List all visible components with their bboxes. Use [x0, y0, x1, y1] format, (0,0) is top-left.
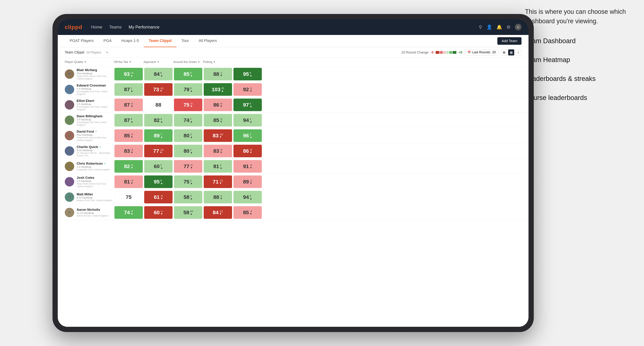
- score-value: 86: [243, 148, 249, 154]
- score-cell-3-2: 741▲: [174, 114, 202, 127]
- score-change: -3▼: [130, 133, 133, 138]
- annotation-items-list: Team DashboardTeam HeatmapLeaderboards &…: [525, 36, 630, 102]
- score-change: -21▼: [219, 210, 223, 215]
- score-cell-9-0: 74-8▼: [114, 206, 143, 219]
- tab-pgat-players[interactable]: PGAT Players: [65, 35, 98, 47]
- tab-hcaps-1-5[interactable]: Hcaps 1-5: [116, 35, 144, 47]
- score-cell-9-4: 85-4▼: [234, 206, 262, 219]
- score-value: 61: [154, 194, 160, 200]
- score-change: +4▲: [130, 71, 133, 77]
- player-info-9[interactable]: AAaron Nicholls11-15 HandicapDrift Golf …: [65, 208, 114, 217]
- tab-bar: PGAT PlayersPGAHcaps 1-5Team ClippdTourA…: [58, 35, 528, 47]
- verified-icon: ✓: [104, 162, 106, 165]
- player-club: Woburn Golf Club, United Kingdom: [77, 199, 112, 202]
- edit-team-icon[interactable]: ✏: [106, 50, 109, 54]
- nav-link-teams[interactable]: Teams: [109, 25, 122, 29]
- score-cell-7-2: 752▲: [174, 175, 202, 188]
- score-change: 3▲: [250, 133, 252, 138]
- avatar: A: [65, 208, 74, 217]
- score-value: 75: [126, 194, 132, 200]
- player-handicap: Plus Handicap: [77, 72, 114, 75]
- score-value: 87: [124, 86, 130, 92]
- score-cell-2-1: 88: [144, 99, 172, 111]
- avatar-icon[interactable]: U: [515, 24, 522, 30]
- player-club: Royal North Devon Golf Club, United King…: [77, 136, 114, 142]
- score-cell-8-1: 61-3▼: [144, 191, 172, 203]
- score-cell-0-1: 846▲: [144, 68, 172, 80]
- score-value: 92: [243, 86, 249, 92]
- grid-view-button[interactable]: ⊞: [501, 49, 507, 56]
- score-value: 85: [184, 71, 189, 77]
- table-row: DDave Billingham1-5 HandicapGog Magog Go…: [58, 113, 528, 128]
- player-info-2[interactable]: EElliot Ebert1-5 HandicapSunningdale Gol…: [65, 99, 114, 111]
- score-cell-9-1: 60-1▼: [144, 206, 172, 219]
- tab-pga[interactable]: PGA: [98, 35, 116, 47]
- avatar: D: [65, 116, 74, 125]
- player-handicap: 1-5 Handicap: [77, 180, 114, 182]
- score-value: 58: [184, 209, 189, 215]
- score-value: 89: [243, 179, 249, 185]
- col-approach[interactable]: Approach▼: [144, 60, 173, 64]
- bell-icon[interactable]: 🔔: [496, 24, 502, 30]
- player-info-6[interactable]: CChris Robertson✓1-5 HandicapCraigmillar…: [65, 162, 114, 171]
- score-cell-4-3: 83-10▼: [204, 129, 232, 142]
- table-row: CCharlie Quick✓6-10 HandicapSt. George's…: [58, 143, 528, 159]
- col-around-green[interactable]: Around the Green▼: [173, 60, 203, 64]
- score-value: 89: [154, 133, 160, 139]
- score-change: 7▲: [160, 133, 163, 138]
- score-change: 4▲: [160, 118, 163, 123]
- score-cell-7-3: 71-11▼: [204, 175, 232, 188]
- nav-link-my-performance[interactable]: My Performance: [128, 25, 160, 29]
- score-cell-6-4: 91-3▼: [234, 160, 262, 173]
- player-info-1[interactable]: EEdward Crossman1-5 HandicapSunningdale …: [65, 84, 114, 95]
- players-list: BBlair McHargPlus HandicapRoyal North De…: [58, 66, 528, 327]
- avatar: C: [65, 162, 74, 171]
- score-cell-2-3: 86-6▼: [204, 99, 232, 111]
- score-value: 75: [184, 102, 189, 108]
- score-value: 84: [212, 209, 218, 215]
- add-team-button[interactable]: Add Team: [497, 37, 522, 45]
- player-info-7[interactable]: JJosh Coles1-5 HandicapRoyal North Devon…: [65, 176, 114, 188]
- col-player-quality[interactable]: Player Quality▼: [65, 60, 114, 64]
- score-cell-4-0: 85-3▼: [114, 129, 143, 142]
- player-info-4[interactable]: DDavid Ford✓Plus HandicapRoyal North Dev…: [65, 130, 114, 142]
- score-value: 83: [212, 133, 218, 139]
- col-putting[interactable]: Putting▼: [203, 60, 233, 64]
- score-cell-1-2: 799▲: [174, 83, 202, 96]
- score-cell-3-1: 824▲: [144, 114, 172, 127]
- player-name: Aaron Nicholls: [77, 208, 108, 212]
- score-change: 15▲: [221, 87, 224, 92]
- score-change: -3▼: [220, 118, 222, 123]
- player-info-5[interactable]: CCharlie Quick✓6-10 HandicapSt. George's…: [65, 145, 114, 157]
- search-icon[interactable]: ⚲: [479, 24, 482, 30]
- player-handicap: 1-5 Handicap: [77, 118, 114, 121]
- col-off-tee[interactable]: Off the Tee▼: [114, 60, 144, 64]
- nav-link-home[interactable]: Home: [91, 25, 102, 29]
- annotation-item-1: Team Heatmap: [525, 55, 630, 64]
- tab-tour[interactable]: Tour: [176, 35, 194, 47]
- score-cell-5-4: 86-8▼: [234, 145, 262, 157]
- heatmap-view-button[interactable]: ▦: [508, 49, 514, 56]
- tab-team-clippd[interactable]: Team Clippd: [144, 35, 176, 47]
- score-cell-0-0: 93+4▲: [114, 68, 143, 80]
- chart-view-button[interactable]: ↕: [515, 49, 522, 56]
- score-cell-1-0: 871▲: [114, 83, 143, 96]
- tab-all-players[interactable]: All Players: [194, 35, 222, 47]
- score-value: 80: [184, 133, 189, 139]
- player-info-3[interactable]: DDave Billingham1-5 HandicapGog Magog Go…: [65, 114, 114, 126]
- score-change: -6▼: [220, 148, 222, 154]
- score-cell-6-2: 77-3▼: [174, 160, 202, 173]
- score-change: 2▲: [160, 164, 163, 169]
- score-cell-2-2: 75-3▼: [174, 99, 202, 111]
- score-cell-7-0: 81-3▼: [114, 175, 143, 188]
- player-info-0[interactable]: BBlair McHargPlus HandicapRoyal North De…: [65, 68, 114, 80]
- player-info-8[interactable]: MMatt Miller6-10 HandicapWoburn Golf Clu…: [65, 192, 114, 202]
- score-value: 88: [213, 71, 219, 77]
- user-icon[interactable]: 👤: [486, 24, 492, 30]
- score-value: 82: [124, 163, 130, 169]
- settings-icon[interactable]: ⚙: [506, 24, 510, 30]
- table-row: MMatt Miller6-10 HandicapWoburn Golf Clu…: [58, 189, 528, 205]
- last-rounds-button[interactable]: 📅 Last Rounds: 20: [464, 49, 499, 55]
- score-cell-5-2: 801▲: [174, 145, 202, 157]
- round-change-label: 20 Round Change: [402, 50, 428, 54]
